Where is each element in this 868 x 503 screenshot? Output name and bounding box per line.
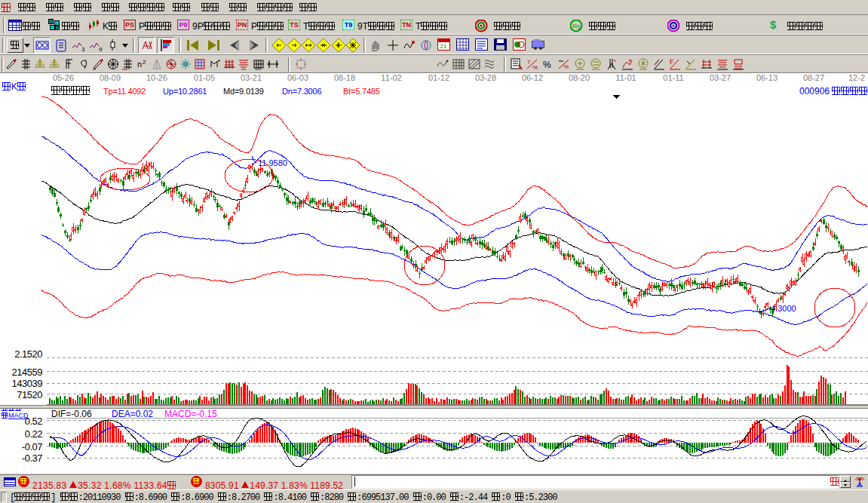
svg-text:08-09: 08-09	[100, 73, 121, 82]
svg-text:11.9580: 11.9580	[258, 158, 287, 167]
svg-text:03-27: 03-27	[710, 73, 731, 82]
svg-text:9: 9	[99, 46, 103, 53]
svg-text:n: n	[137, 60, 142, 69]
svg-text:21: 21	[440, 43, 447, 50]
svg-text:03-21: 03-21	[241, 73, 262, 82]
svg-text:01-12: 01-12	[428, 73, 449, 82]
svg-text:7: 7	[527, 59, 531, 66]
svg-text:11-02: 11-02	[381, 73, 401, 82]
svg-text:08-20: 08-20	[569, 73, 590, 82]
svg-text:06-03: 06-03	[287, 73, 308, 82]
svg-text:03-28: 03-28	[475, 73, 496, 82]
svg-text:10-26: 10-26	[146, 73, 167, 82]
svg-text:08-18: 08-18	[334, 73, 355, 82]
svg-text:4.3000: 4.3000	[771, 304, 796, 313]
svg-text:%: %	[532, 64, 538, 71]
svg-text:%: %	[543, 60, 551, 70]
svg-text:2: 2	[143, 59, 146, 66]
svg-text:123: 123	[255, 66, 262, 71]
svg-text:F: F	[670, 58, 674, 66]
svg-text:%: %	[563, 63, 569, 70]
svg-text:12-2: 12-2	[848, 73, 865, 82]
svg-text:3: 3	[81, 46, 85, 53]
svg-text:08-27: 08-27	[803, 73, 824, 82]
svg-text:06-12: 06-12	[522, 73, 543, 82]
svg-text:06-13: 06-13	[756, 73, 778, 82]
svg-text:Big: Big	[572, 23, 580, 29]
svg-text:01-11: 01-11	[663, 73, 683, 82]
svg-text:01-05: 01-05	[194, 73, 215, 82]
svg-text:05-26: 05-26	[53, 73, 74, 82]
svg-text:11-01: 11-01	[615, 73, 636, 82]
